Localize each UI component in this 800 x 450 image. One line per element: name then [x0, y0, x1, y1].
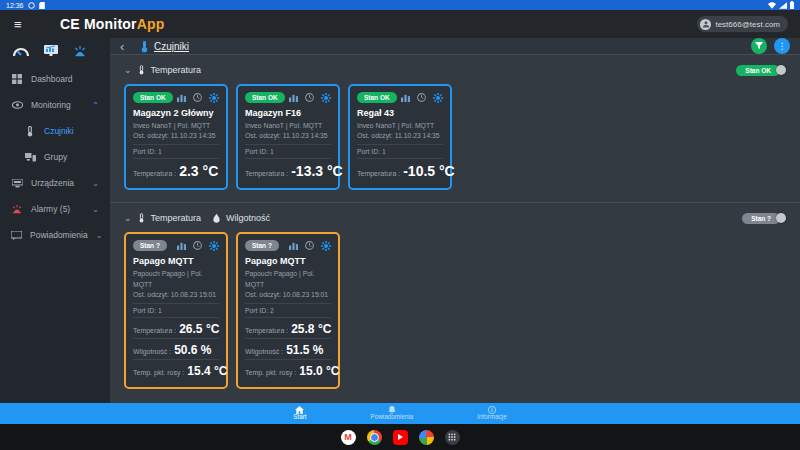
chevron-down-icon: ⌄ — [124, 213, 132, 223]
beacon-icon[interactable] — [73, 43, 87, 61]
sensor-card[interactable]: Stan ? Papago MQTT Papouch Papago | Pol.… — [236, 232, 340, 389]
hamburger-menu-icon[interactable]: ≡ — [14, 17, 34, 32]
history-clock-icon[interactable] — [305, 241, 314, 250]
section-header-temperatura[interactable]: ⌄ Temperatura Stan OK — [110, 59, 800, 81]
settings-gear-icon[interactable] — [209, 241, 219, 251]
status-time: 12:36 — [6, 2, 24, 9]
android-status-bar: 12:36 — [0, 0, 800, 10]
sensor-device: Inveo NanoT | Pol. MQTT — [245, 121, 331, 131]
eye-icon — [11, 101, 23, 109]
reading-label: Temperatura : — [245, 327, 288, 334]
signal-icon — [779, 2, 787, 9]
sensor-device: Inveo NanoT | Pol. MQTT — [357, 121, 443, 131]
chart-icon[interactable] — [177, 93, 186, 102]
sensor-last-read: Ost. odczyt: 10.08.23 15:01 — [133, 290, 219, 300]
photos-icon[interactable] — [419, 430, 434, 445]
history-clock-icon[interactable] — [193, 93, 202, 102]
reading-label: Wilgotność : — [133, 348, 171, 355]
reading-label: Temperatura : — [133, 327, 176, 334]
content-area: ‹ Czujniki ⋮ ⌄ Temperatura Sta — [110, 38, 800, 403]
status-badge: Stan ? — [133, 240, 167, 251]
monitor-chart-icon[interactable] — [44, 43, 58, 61]
history-clock-icon[interactable] — [417, 93, 426, 102]
sensor-card[interactable]: Stan OK Regał 43 Inveo NanoT | Pol. MQTT… — [348, 84, 452, 190]
chart-icon[interactable] — [401, 93, 410, 102]
thermometer-icon — [138, 213, 145, 223]
sidebar-item-label: Dashboard — [31, 74, 73, 84]
reading-value: 2.3 °C — [179, 163, 218, 179]
settings-gear-icon[interactable] — [321, 241, 331, 251]
sidebar-item-dashboard[interactable]: Dashboard — [0, 66, 110, 92]
chart-icon[interactable] — [289, 241, 298, 250]
gmail-icon[interactable]: M — [341, 430, 356, 445]
history-clock-icon[interactable] — [305, 93, 314, 102]
android-taskbar: M — [0, 424, 800, 450]
filter-button[interactable] — [751, 38, 767, 54]
settings-gear-icon[interactable] — [321, 93, 331, 103]
section-status-toggle[interactable]: Stan OK — [736, 65, 786, 76]
sensor-card[interactable]: Stan OK Magazyn F16 Inveo NanoT | Pol. M… — [236, 84, 340, 190]
update-icon — [28, 2, 35, 9]
history-clock-icon[interactable] — [193, 241, 202, 250]
sensor-device: Papouch Papago | Pol. MQTT — [133, 269, 219, 289]
sensor-card[interactable]: Stan OK Magazyn 2 Główny Inveo NanoT | P… — [124, 84, 228, 190]
content-header: ‹ Czujniki ⋮ — [110, 38, 800, 55]
toggle-knob — [776, 213, 786, 223]
chevron-down-icon: ⌄ — [92, 205, 99, 214]
status-badge: Stan OK — [736, 65, 780, 76]
youtube-icon[interactable] — [393, 430, 408, 445]
user-email: test666@test.com — [715, 20, 780, 29]
bottom-navigation: Start Powiadomienia Informacje — [0, 403, 800, 424]
chart-icon[interactable] — [289, 93, 298, 102]
back-button[interactable]: ‹ — [120, 39, 134, 54]
reading-label: Temp. pkt. rosy : — [245, 369, 296, 376]
page-title[interactable]: Czujniki — [154, 41, 189, 52]
sensor-name: Magazyn 2 Główny — [133, 108, 219, 118]
sidebar-item-label: Powiadomienia — [30, 230, 88, 240]
sensor-device: Inveo NanoT | Pol. MQTT — [133, 121, 219, 131]
chart-icon[interactable] — [177, 241, 186, 250]
reading-label: Temperatura : — [133, 170, 176, 177]
app-drawer-icon[interactable] — [445, 430, 460, 445]
sidebar-item-powiadomienia[interactable]: Powiadomienia ⌄ — [0, 222, 110, 248]
sidebar-item-czujniki[interactable]: Czujniki — [0, 118, 110, 144]
reading-value: -13.3 °C — [291, 163, 343, 179]
sensor-port: Port ID: 2 — [245, 304, 331, 318]
chrome-icon[interactable] — [367, 430, 382, 445]
status-badge: Stan OK — [357, 92, 397, 103]
section-header-temperatura-wilgotnosc[interactable]: ⌄ Temperatura Wilgotność Stan ? — [110, 207, 800, 229]
settings-gear-icon[interactable] — [209, 93, 219, 103]
tab-start[interactable]: Start — [293, 406, 306, 421]
user-account-pill[interactable]: test666@test.com — [697, 16, 788, 32]
sensor-last-read: Ost. odczyt: 10.08.23 15:01 — [245, 290, 331, 300]
user-avatar-icon — [700, 19, 711, 30]
wifi-icon — [768, 2, 776, 9]
sensor-list: ⌄ Temperatura Stan OK Stan OK — [110, 55, 800, 403]
chevron-down-icon: ⌄ — [92, 179, 99, 188]
chevron-down-icon: ⌄ — [96, 231, 103, 240]
sidebar-item-grupy[interactable]: Grupy — [0, 144, 110, 170]
tab-informacje[interactable]: Informacje — [477, 406, 506, 421]
droplet-icon — [213, 213, 220, 223]
sensor-port: Port ID: 1 — [133, 145, 219, 159]
section-label: Temperatura — [151, 65, 202, 75]
sidebar-item-urzadzenia[interactable]: Urządzenia ⌄ — [0, 170, 110, 196]
thermometer-icon — [24, 126, 36, 137]
section-label: Wilgotność — [226, 213, 270, 223]
more-options-button[interactable]: ⋮ — [774, 38, 790, 54]
reading-value: 15.0 °C — [299, 364, 339, 378]
dashboard-icon — [11, 74, 23, 84]
reading-label: Wilgotność : — [245, 348, 283, 355]
sensor-last-read: Ost. odczyt: 11.10.23 14:35 — [357, 131, 443, 141]
sidebar-item-alarmy[interactable]: Alarmy (5) ⌄ — [0, 196, 110, 222]
reading-value: 51.5 % — [286, 343, 323, 357]
status-badge: Stan ? — [742, 213, 780, 224]
toggle-knob — [776, 65, 786, 75]
gauge-icon[interactable] — [13, 43, 29, 61]
tab-powiadomienia[interactable]: Powiadomienia — [371, 406, 414, 421]
sd-card-icon — [39, 2, 45, 9]
section-status-toggle[interactable]: Stan ? — [742, 213, 786, 224]
sensor-card[interactable]: Stan ? Papago MQTT Papouch Papago | Pol.… — [124, 232, 228, 389]
sidebar-item-monitoring[interactable]: Monitoring ⌃ — [0, 92, 110, 118]
settings-gear-icon[interactable] — [433, 93, 443, 103]
